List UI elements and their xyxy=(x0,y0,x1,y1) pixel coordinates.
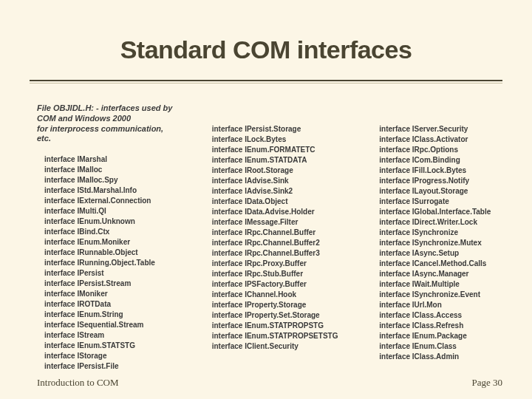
list-item: interface IMulti.QI xyxy=(44,206,175,216)
slide: Standard COM interfaces File OBJIDL.H: -… xyxy=(0,0,532,399)
list-item: interface IProperty.Set.Storage xyxy=(212,310,343,321)
list-item: interface IAsync.Setup xyxy=(379,248,510,259)
file-note: File OBJIDL.H: - interfaces used by COM … xyxy=(37,103,175,144)
interface-list-2: interface IPersist.Storageinterface ILoc… xyxy=(205,103,343,352)
list-item: interface ICom.Binding xyxy=(379,155,510,166)
list-item: interface IAsync.Manager xyxy=(379,269,510,279)
list-item: interface IChannel.Hook xyxy=(212,290,343,300)
list-item: interface IRunnable.Object xyxy=(44,248,175,258)
list-item: interface ILock.Bytes xyxy=(212,134,343,145)
list-item: interface IRpc.Options xyxy=(379,145,510,155)
interface-list-3: interface IServer.Securityinterface ICla… xyxy=(372,103,510,362)
list-item: interface IRpc.Channel.Buffer xyxy=(212,228,343,238)
list-item: interface IEnum.STATDATA xyxy=(212,155,343,166)
list-item: interface ISynchronize xyxy=(379,228,510,238)
list-item: interface IRpc.Channel.Buffer2 xyxy=(212,238,343,248)
list-item: interface ISynchronize.Mutex xyxy=(379,238,510,248)
list-item: interface IEnum.Unknown xyxy=(44,216,175,227)
list-item: interface IProgress.Notify xyxy=(379,176,510,186)
list-item: interface IMalloc xyxy=(44,165,175,175)
list-item: interface IEnum.STATPROPSTG xyxy=(212,321,343,331)
column-3: interface IServer.Securityinterface ICla… xyxy=(372,103,510,362)
list-item: interface ISurrogate xyxy=(379,197,510,207)
list-item: interface IPersist.Storage xyxy=(212,124,343,134)
list-item: interface IEnum.FORMATETC xyxy=(212,145,343,155)
list-item: interface IWait.Multiple xyxy=(379,279,510,290)
list-item: interface IClass.Activator xyxy=(379,134,510,145)
footer: Introduction to COM Page 30 xyxy=(37,377,502,389)
list-item: interface IStream xyxy=(44,330,175,341)
list-item: interface IGlobal.Interface.Table xyxy=(379,207,510,217)
list-item: interface IPersist.File xyxy=(44,361,175,372)
list-item: interface IPSFactory.Buffer xyxy=(212,279,343,290)
list-item: interface IClass.Admin xyxy=(379,352,510,362)
list-item: interface IEnum.Class xyxy=(379,341,510,352)
list-item: interface IMoniker xyxy=(44,289,175,299)
list-item: interface ILayout.Storage xyxy=(379,186,510,197)
list-item: interface IRoot.Storage xyxy=(212,166,343,176)
divider-dark xyxy=(30,80,502,81)
list-item: interface IROTData xyxy=(44,299,175,310)
list-item: interface IEnum.String xyxy=(44,310,175,320)
list-item: interface IDirect.Writer.Lock xyxy=(379,217,510,228)
list-item: interface IData.Object xyxy=(212,197,343,207)
list-item: interface IRpc.Channel.Buffer3 xyxy=(212,248,343,259)
list-item: interface IMalloc.Spy xyxy=(44,175,175,185)
divider-light xyxy=(30,83,502,83)
list-item: interface IRunning.Object.Table xyxy=(44,258,175,268)
column-1: File OBJIDL.H: - interfaces used by COM … xyxy=(37,103,175,362)
list-item: interface IRpc.Stub.Buffer xyxy=(212,269,343,279)
list-item: interface ISynchronize.Event xyxy=(379,290,510,300)
list-item: interface IStorage xyxy=(44,351,175,361)
list-item: interface IClass.Refresh xyxy=(379,321,510,331)
content-area: File OBJIDL.H: - interfaces used by COM … xyxy=(37,103,510,362)
list-item: interface IClient.Security xyxy=(212,341,343,352)
list-item: interface IBind.Ctx xyxy=(44,227,175,237)
list-item: interface IAdvise.Sink xyxy=(212,176,343,186)
list-item: interface IEnum.STATPROPSETSTG xyxy=(212,331,343,341)
list-item: interface IMarshal xyxy=(44,154,175,165)
footer-right: Page 30 xyxy=(471,377,502,389)
list-item: interface IProperty.Storage xyxy=(212,300,343,310)
list-item: interface IStd.Marshal.Info xyxy=(44,185,175,196)
list-item: interface IEnum.STATSTG xyxy=(44,341,175,351)
list-item: interface IEnum.Moniker xyxy=(44,237,175,248)
list-item: interface IFill.Lock.Bytes xyxy=(379,166,510,176)
page-title: Standard COM interfaces xyxy=(0,35,532,64)
list-item: interface IAdvise.Sink2 xyxy=(212,186,343,197)
list-item: interface ICancel.Method.Calls xyxy=(379,259,510,269)
list-item: interface IServer.Security xyxy=(379,124,510,134)
list-item: interface IUrl.Mon xyxy=(379,300,510,310)
list-item: interface IData.Advise.Holder xyxy=(212,207,343,217)
list-item: interface IExternal.Connection xyxy=(44,196,175,206)
footer-left: Introduction to COM xyxy=(37,377,119,389)
column-2: interface IPersist.Storageinterface ILoc… xyxy=(205,103,343,362)
list-item: interface ISequential.Stream xyxy=(44,320,175,330)
list-item: interface IEnum.Package xyxy=(379,331,510,341)
list-item: interface IMessage.Filter xyxy=(212,217,343,228)
list-item: interface IClass.Access xyxy=(379,310,510,321)
list-item: interface IPersist.Stream xyxy=(44,279,175,289)
interface-list-1: interface IMarshalinterface IMallocinter… xyxy=(37,154,175,372)
list-item: interface IRpc.Proxy.Buffer xyxy=(212,259,343,269)
list-item: interface IPersist xyxy=(44,268,175,279)
